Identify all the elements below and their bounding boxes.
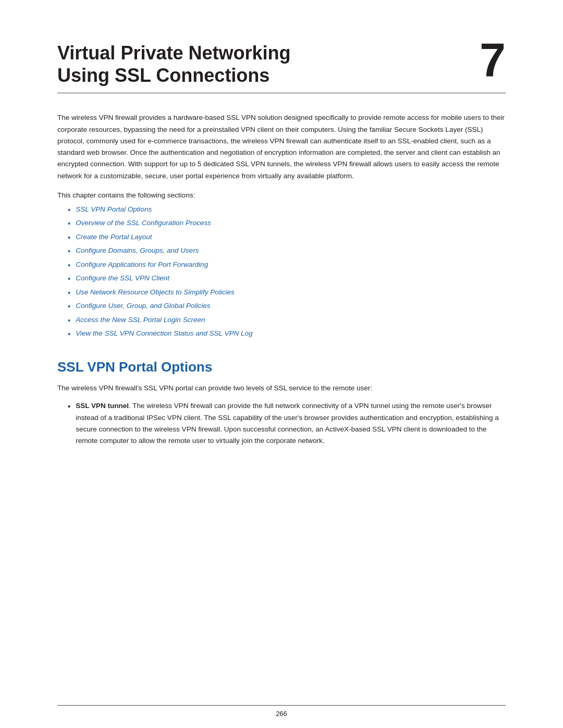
toc-link-access-portal[interactable]: Access the New SSL Portal Login Screen <box>76 315 205 325</box>
ssl-vpn-bullet-list: SSL VPN tunnel. The wireless VPN firewal… <box>57 400 506 447</box>
list-item: Access the New SSL Portal Login Screen <box>57 315 506 327</box>
toc-link-overview[interactable]: Overview of the SSL Configuration Proces… <box>76 218 211 228</box>
page-container: Virtual Private Networking Using SSL Con… <box>57 0 506 728</box>
list-item: SSL VPN Portal Options <box>57 204 506 216</box>
toc-list: SSL VPN Portal Options Overview of the S… <box>57 204 506 340</box>
list-item: Configure User, Group, and Global Polici… <box>57 301 506 313</box>
list-item: SSL VPN tunnel. The wireless VPN firewal… <box>57 400 506 447</box>
list-item: Use Network Resource Objects to Simplify… <box>57 287 506 299</box>
chapter-header: Virtual Private Networking Using SSL Con… <box>57 42 506 93</box>
toc-link-configure-ssl-client[interactable]: Configure the SSL VPN Client <box>76 273 169 283</box>
list-item: View the SSL VPN Connection Status and S… <box>57 328 506 340</box>
toc-link-configure-domains[interactable]: Configure Domains, Groups, and Users <box>76 245 199 256</box>
list-item: Create the Portal Layout <box>57 232 506 244</box>
chapter-title: Virtual Private Networking Using SSL Con… <box>57 42 290 87</box>
toc-link-network-resource[interactable]: Use Network Resource Objects to Simplify… <box>76 287 235 298</box>
ssl-vpn-section-heading: SSL VPN Portal Options <box>57 359 506 375</box>
ssl-vpn-term: SSL VPN tunnel <box>76 402 129 410</box>
page-number: 266 <box>276 710 287 718</box>
toc-link-view-status[interactable]: View the SSL VPN Connection Status and S… <box>76 328 252 339</box>
chapter-number: 7 <box>480 36 506 83</box>
ssl-vpn-bullet-description: . The wireless VPN firewall can provide … <box>76 402 499 445</box>
ssl-vpn-bullet-text: SSL VPN tunnel. The wireless VPN firewal… <box>76 400 506 447</box>
list-item: Configure Applications for Port Forwardi… <box>57 260 506 272</box>
sections-intro-text: This chapter contains the following sect… <box>57 191 506 199</box>
intro-paragraph: The wireless VPN firewall provides a har… <box>57 112 506 182</box>
ssl-vpn-intro: The wireless VPN firewall's SSL VPN port… <box>57 382 506 394</box>
page-footer: 266 <box>57 705 506 718</box>
list-item: Overview of the SSL Configuration Proces… <box>57 218 506 230</box>
toc-link-create-portal[interactable]: Create the Portal Layout <box>76 232 152 242</box>
list-item: Configure Domains, Groups, and Users <box>57 245 506 257</box>
toc-link-configure-user-group[interactable]: Configure User, Group, and Global Polici… <box>76 301 210 311</box>
toc-link-ssl-vpn-portal-options[interactable]: SSL VPN Portal Options <box>76 204 152 215</box>
list-item: Configure the SSL VPN Client <box>57 273 506 285</box>
toc-link-configure-apps[interactable]: Configure Applications for Port Forwardi… <box>76 260 208 270</box>
